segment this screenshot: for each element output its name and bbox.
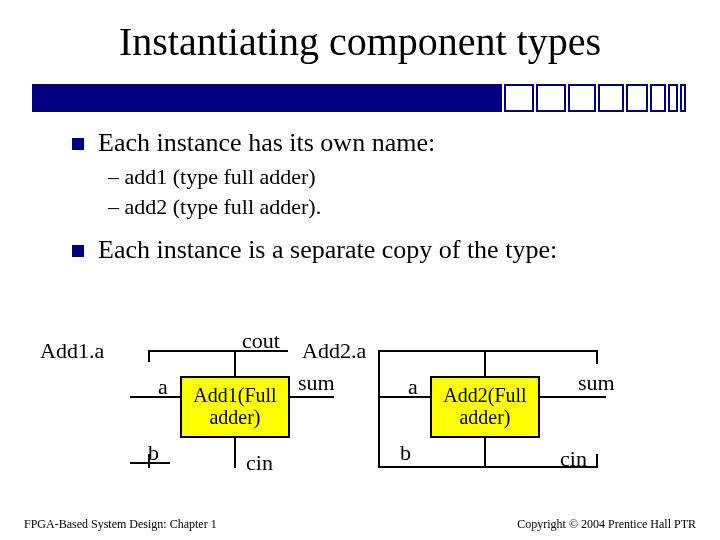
- bullet-icon: [72, 138, 84, 150]
- footer-right: Copyright © 2004 Prentice Hall PTR: [517, 517, 696, 532]
- slide: Instantiating component types Each insta…: [0, 0, 720, 540]
- port-cin-1: cin: [246, 450, 273, 476]
- port-b-1: b: [148, 440, 159, 466]
- decor-bar: [32, 84, 688, 112]
- port-cout-1: cout: [242, 328, 280, 354]
- port-sum-2: sum: [578, 370, 615, 396]
- adder-box-1-label: Add1(Full adder): [193, 384, 276, 428]
- adder-box-2-label: Add2(Full adder): [443, 384, 526, 428]
- bullet-icon: [72, 245, 84, 257]
- content-area: Each instance has its own name: – add1 (…: [72, 128, 692, 265]
- inst2-name: Add2.a: [302, 338, 366, 364]
- bullet-1-text: Each instance has its own name:: [98, 128, 435, 157]
- port-cin-2: cin: [560, 446, 587, 472]
- bullet-2: Each instance is a separate copy of the …: [72, 235, 692, 265]
- sub-bullet-1b: – add2 (type full adder).: [108, 192, 692, 222]
- port-a-1: a: [158, 374, 168, 400]
- slide-title: Instantiating component types: [0, 0, 720, 65]
- sub-bullet-1a: – add1 (type full adder): [108, 162, 692, 192]
- inst1-name: Add1.a: [40, 338, 104, 364]
- adder-box-2: Add2(Full adder): [430, 376, 540, 438]
- port-b-2: b: [400, 440, 411, 466]
- bullet-1: Each instance has its own name:: [72, 128, 692, 158]
- bullet-2-text: Each instance is a separate copy of the …: [98, 235, 557, 264]
- footer-left: FPGA-Based System Design: Chapter 1: [24, 517, 217, 532]
- port-sum-1: sum: [298, 370, 335, 396]
- adder-box-1: Add1(Full adder): [180, 376, 290, 438]
- port-a-2: a: [408, 374, 418, 400]
- diagram: Add1.a a b Add1(Full adder) cout sum cin…: [40, 328, 680, 508]
